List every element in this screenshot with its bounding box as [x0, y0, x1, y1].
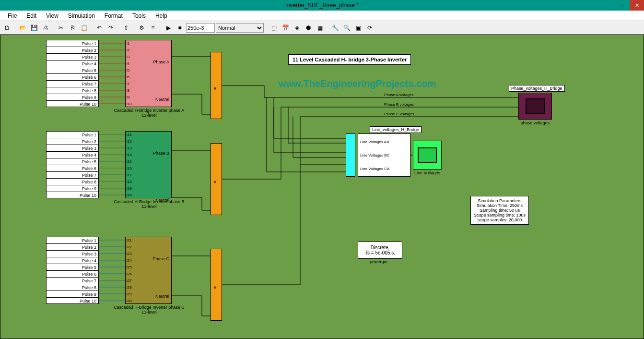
model-icon[interactable]: ▣ [353, 23, 363, 33]
port-label: Phase C [152, 256, 169, 261]
port-label: i2 [127, 48, 129, 52]
port-label: i25 [127, 265, 132, 269]
pulse-label: Pulse 9 [47, 94, 98, 101]
pulse-label: Pulse 3 [47, 54, 98, 61]
diagram-title: 11 Level Cascaded H- bridge 3-Phase Inve… [288, 54, 411, 65]
close-button[interactable]: ✕ [630, 0, 644, 11]
scope-title: Phase_voltages_H_Bridge [509, 85, 565, 92]
powergui-line2: Ts = 5e-005 s. [365, 250, 395, 255]
hbridge-block-c[interactable]: i21 i22 i23 i24 i25 i26 i27 i28 i29 i30 … [125, 237, 172, 304]
menu-tools[interactable]: Tools [128, 12, 151, 20]
maximize-button[interactable]: □ [615, 0, 630, 11]
menu-edit[interactable]: Edit [22, 12, 41, 20]
block-label: Cascaded H-Bridge Inverter phase C 11-le… [106, 305, 192, 315]
run-icon[interactable]: ▶ [163, 23, 174, 33]
save-icon[interactable]: 💾 [29, 23, 39, 33]
window-titlebar: inverter_SHE_three_phase * — □ ✕ [0, 0, 644, 11]
print-icon[interactable]: 🖨 [40, 23, 51, 33]
pulse-label: Pulse 5 [47, 67, 98, 74]
pulse-block-c[interactable]: Pulse 1 Pulse 2 Pulse 3 Pulse 4 Pulse 5 … [46, 237, 99, 304]
pulse-label: Pulse 7 [47, 172, 98, 179]
menu-file[interactable]: File [3, 12, 22, 20]
library-icon[interactable]: 🔧 [330, 23, 340, 33]
port-label: i17 [127, 173, 132, 177]
powergui-line1: Discrete, [365, 245, 395, 250]
hbridge-block-b[interactable]: i11 i12 i13 i14 i15 i16 i17 i18 i19 i20 … [125, 131, 172, 198]
hbridge-block-a[interactable]: i1 i2 i3 i4 i5 i6 i7 i8 i9 i10 Phase A N… [125, 40, 172, 107]
pulse-label: Pulse 6 [47, 74, 98, 81]
new-icon[interactable]: 🗋 [2, 23, 12, 33]
undo-icon[interactable]: ↶ [94, 23, 105, 33]
line-mux-block[interactable] [346, 133, 355, 177]
voltage-block-b[interactable]: v [211, 143, 222, 215]
pulse-label: Pulse 7 [47, 81, 98, 87]
tool-icon-4[interactable]: ⬢ [303, 23, 314, 33]
port-label: i5 [127, 68, 129, 73]
pulse-label: Pulse 3 [47, 145, 98, 152]
open-icon[interactable]: 📂 [17, 23, 28, 33]
port-label: i9 [127, 95, 129, 99]
stop-time-input[interactable] [186, 23, 215, 33]
line-scope-block[interactable] [413, 141, 442, 170]
stop-icon[interactable]: ■ [175, 23, 185, 33]
port-label: Line Voltages AB [360, 140, 389, 144]
phase-scope-block[interactable] [518, 93, 552, 120]
sim-param-line: Scope sampling time: 10us [474, 213, 526, 218]
cut-icon[interactable]: ✂ [56, 23, 66, 33]
pulse-label: Pulse 1 [47, 237, 98, 244]
model-canvas[interactable]: 11 Level Cascaded H- bridge 3-Phase Inve… [0, 35, 644, 339]
signal-label: Phase A voltages [384, 93, 413, 97]
port-label: i29 [127, 292, 132, 296]
menu-view[interactable]: View [41, 12, 63, 20]
minimize-button[interactable]: — [601, 0, 615, 11]
pulse-label: Pulse 1 [47, 132, 98, 138]
tool-icon-1[interactable]: ⬚ [269, 23, 279, 33]
copy-icon[interactable]: ⎘ [67, 23, 78, 33]
pulse-block-a[interactable]: Pulse 1 Pulse 2 Pulse 3 Pulse 4 Pulse 5 … [46, 40, 99, 107]
voltage-block-c[interactable]: v [211, 249, 222, 321]
mode-select[interactable]: Normal [216, 23, 264, 33]
voltage-block-a[interactable]: v [211, 52, 222, 119]
list-icon[interactable]: ≡ [148, 23, 158, 33]
toolbar: 🗋 📂 💾 🖨 ✂ ⎘ 📋 ↶ ↷ ⇧ ⚙ ≡ ▶ ■ Normal ⬚ 📅 ◈… [0, 21, 644, 35]
port-label: i11 [127, 133, 132, 137]
pulse-label: Pulse 7 [47, 278, 98, 284]
tool-icon-2[interactable]: 📅 [280, 23, 291, 33]
menu-simulation[interactable]: Simulation [63, 12, 100, 20]
pulse-label: Pulse 4 [47, 152, 98, 158]
port-label: Line Voltages CA [360, 167, 389, 171]
port-label: i24 [127, 258, 132, 263]
powergui-block[interactable]: Discrete, Ts = 5e-005 s. [358, 242, 402, 259]
pulse-label: Pulse 2 [47, 138, 98, 145]
paste-icon[interactable]: 📋 [79, 23, 89, 33]
redo-icon[interactable]: ↷ [105, 23, 116, 33]
window-title: inverter_SHE_three_phase * [285, 2, 359, 9]
port-label: i26 [127, 272, 132, 276]
port-label: i30 [127, 299, 132, 303]
line-sub-block[interactable]: Line Voltages AB Line Voltages BC Line V… [358, 133, 410, 177]
port-label: i8 [127, 88, 129, 93]
scope-screen-icon [526, 98, 545, 114]
pulse-block-b[interactable]: Pulse 1 Pulse 2 Pulse 3 Pulse 4 Pulse 5 … [46, 131, 99, 198]
debug-icon[interactable]: ⚙ [136, 23, 147, 33]
sim-param-line: Simulation Time: 250ms [474, 203, 526, 208]
refresh-icon[interactable]: ⟳ [364, 23, 375, 33]
up-icon[interactable]: ⇧ [121, 23, 131, 33]
menu-help[interactable]: Help [151, 12, 172, 20]
pulse-label: Pulse 8 [47, 179, 98, 185]
port-label: i10 [127, 102, 132, 106]
port-label: i15 [127, 159, 132, 164]
port-label: i7 [127, 82, 129, 86]
menu-format[interactable]: Format [100, 12, 128, 20]
port-label: i1 [127, 41, 129, 46]
tool-icon-3[interactable]: ◈ [292, 23, 302, 33]
v-label: v [214, 179, 216, 184]
scope-label: phase voltages [518, 121, 552, 125]
tool-icon-5[interactable]: ▦ [315, 23, 325, 33]
sim-param-line: Sampling time: 50 us [474, 208, 526, 213]
block-label: Cascaded H-Bridge Inverter phase B 11-le… [106, 199, 192, 209]
pulse-label: Pulse 4 [47, 61, 98, 67]
explorer-icon[interactable]: 🔍 [341, 23, 352, 33]
scope-label: Line Voltages [413, 170, 442, 175]
watermark: www.TheEngineeringProjects.com [279, 78, 436, 89]
